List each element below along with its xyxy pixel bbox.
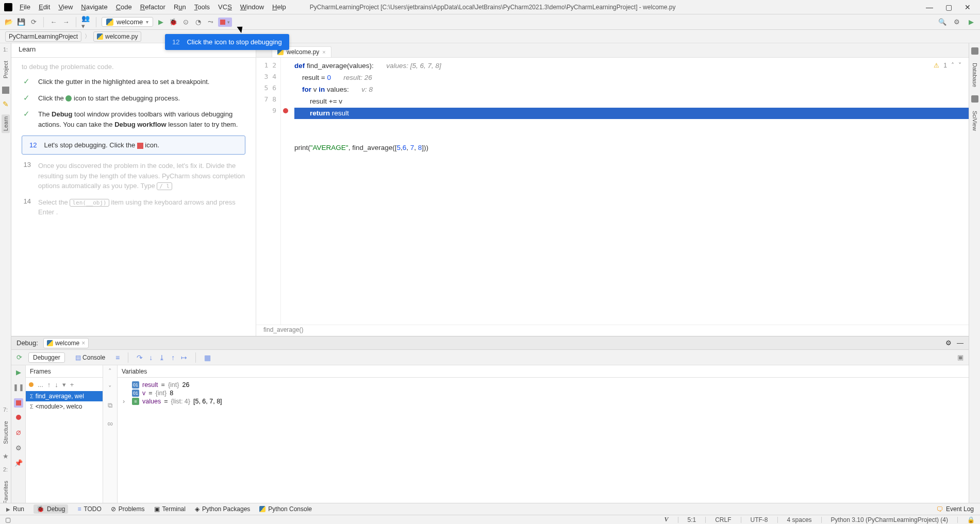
debugger-tab[interactable]: Debugger: [28, 352, 65, 363]
step-out-icon[interactable]: ↑: [171, 353, 175, 362]
breakpoint-icon[interactable]: [283, 108, 288, 113]
debug-tool-button[interactable]: 🐞Debug: [34, 504, 68, 514]
python-console-tool-button[interactable]: Python Console: [259, 505, 312, 513]
code-body[interactable]: def find_average(values): values: [5, 6,…: [290, 58, 969, 325]
database-tool-button[interactable]: Database: [972, 61, 978, 89]
file-encoding[interactable]: UTF-8: [751, 516, 768, 523]
editor[interactable]: 1 2 3 4 5 6 7 8 9 def find_average(value…: [256, 58, 969, 325]
maximize-button[interactable]: ▢: [945, 3, 952, 11]
evaluate-icon[interactable]: ▦: [204, 353, 211, 362]
save-icon[interactable]: 💾: [16, 18, 26, 27]
close-icon[interactable]: ×: [322, 49, 325, 55]
threads-icon[interactable]: ≡: [115, 353, 120, 362]
minimize-icon[interactable]: —: [957, 339, 964, 347]
down-icon[interactable]: ˅: [108, 384, 112, 392]
reload-icon[interactable]: ⟳: [29, 18, 38, 27]
variable-row[interactable]: 01 v = {int} 8: [123, 389, 964, 397]
gear-icon[interactable]: ⚙: [952, 18, 961, 27]
breakpoint-gutter[interactable]: [281, 58, 290, 325]
open-file-icon[interactable]: 📂: [4, 18, 13, 27]
editor-breadcrumb[interactable]: find_average(): [256, 325, 969, 336]
event-log-button[interactable]: 🗨Event Log: [936, 505, 974, 513]
frame-row[interactable]: Σ <module>, welco: [26, 401, 103, 412]
back-icon[interactable]: ←: [49, 18, 58, 27]
console-tab[interactable]: ▤ Console: [71, 353, 109, 362]
sciview-tool-button[interactable]: SciView: [972, 109, 978, 133]
forward-icon[interactable]: →: [61, 18, 71, 27]
menu-run[interactable]: Run: [171, 2, 189, 12]
line-gutter[interactable]: 1 2 3 4 5 6 7 8 9: [256, 58, 281, 325]
menu-edit[interactable]: Edit: [36, 2, 53, 12]
problems-tool-button[interactable]: ⊘Problems: [111, 505, 145, 513]
close-button[interactable]: ✕: [965, 3, 971, 11]
line-separator[interactable]: CRLF: [715, 516, 731, 523]
variable-row[interactable]: 01 result = {int} 26: [123, 381, 964, 389]
frame-row[interactable]: Σ find_average, wel: [26, 391, 103, 401]
favorites-tool-button[interactable]: Favorites: [3, 479, 9, 506]
step-into-my-icon[interactable]: ⤓: [159, 353, 165, 362]
menu-view[interactable]: View: [55, 2, 76, 12]
stop-button-highlight[interactable]: [14, 398, 23, 408]
gear-icon[interactable]: ⚙: [945, 339, 952, 347]
caret-position[interactable]: 5:1: [688, 516, 696, 523]
layout-icon[interactable]: ▣: [957, 353, 964, 361]
add-icon[interactable]: +: [70, 381, 74, 388]
todo-tool-button[interactable]: ≡TODO: [77, 505, 101, 513]
pin-icon[interactable]: 📌: [14, 459, 23, 467]
up-icon[interactable]: ˄: [108, 367, 112, 375]
step-over-icon[interactable]: ↷: [137, 353, 143, 362]
terminal-tool-button[interactable]: ▣Terminal: [154, 505, 186, 513]
chevron-down-icon[interactable]: ▾: [62, 381, 66, 388]
indent-settings[interactable]: 4 spaces: [787, 516, 812, 523]
structure-tool-button[interactable]: Structure: [3, 419, 9, 446]
menu-refactor[interactable]: Refactor: [137, 2, 169, 12]
gear-icon[interactable]: ⚙: [15, 444, 22, 452]
rerun-icon[interactable]: ⟳: [16, 353, 22, 361]
chevron-up-icon[interactable]: ˄: [951, 62, 954, 69]
view-breakpoints-icon[interactable]: [16, 415, 21, 420]
prev-frame-icon[interactable]: ↑: [47, 381, 51, 388]
run-icon[interactable]: ▶: [156, 18, 165, 27]
learn-tool-button[interactable]: Learn: [2, 114, 10, 133]
resume-icon[interactable]: ▶: [16, 368, 21, 376]
stop-button-highlight[interactable]: ▾: [218, 18, 232, 27]
menu-file[interactable]: File: [16, 2, 34, 12]
profile-icon[interactable]: ◔: [193, 18, 203, 27]
breadcrumb-file[interactable]: welcome.py: [93, 31, 141, 42]
project-tool-button[interactable]: Project: [3, 59, 9, 80]
menu-vcs[interactable]: VCS: [215, 2, 235, 12]
breadcrumb-project[interactable]: PyCharmLearningProject: [5, 31, 81, 42]
run-tool-button[interactable]: ▶Run: [6, 505, 24, 513]
mute-breakpoints-icon[interactable]: ⌀: [16, 427, 21, 437]
pause-icon[interactable]: ❚❚: [13, 383, 24, 391]
variable-row[interactable]: › ≡ values = {list: 4} [5, 6, 7, 8]: [123, 397, 964, 405]
copy-icon[interactable]: ⧉: [108, 401, 112, 410]
run-config-selector[interactable]: welcome ▾: [102, 17, 153, 27]
menu-navigate[interactable]: Navigate: [78, 2, 110, 12]
menu-tools[interactable]: Tools: [191, 2, 213, 12]
menu-code[interactable]: Code: [113, 2, 135, 12]
expand-icon[interactable]: ›: [123, 398, 129, 405]
editor-inspections[interactable]: ⚠ 1 ˄ ˅: [934, 62, 961, 69]
python-interpreter[interactable]: Python 3.10 (PyCharmLearningProject) (4): [831, 516, 948, 523]
vim-icon[interactable]: V: [664, 516, 668, 523]
menu-window[interactable]: Window: [237, 2, 267, 12]
next-frame-icon[interactable]: ↓: [55, 381, 58, 388]
concurrency-icon[interactable]: ⤳: [206, 18, 215, 27]
debug-icon[interactable]: 🐞: [169, 18, 178, 27]
ide-features-icon[interactable]: ▶: [967, 18, 976, 27]
chevron-down-icon[interactable]: ˅: [958, 62, 961, 69]
step-into-icon[interactable]: ↓: [149, 353, 153, 362]
minimize-button[interactable]: —: [926, 3, 933, 11]
search-icon[interactable]: 🔍: [938, 18, 947, 27]
close-icon[interactable]: ×: [81, 340, 85, 347]
debug-session-tab[interactable]: welcome ×: [43, 338, 89, 348]
lock-icon[interactable]: 🔒: [967, 516, 975, 523]
run-to-cursor-icon[interactable]: ↦: [181, 353, 187, 362]
link-icon[interactable]: ∞: [107, 419, 113, 428]
tool-window-quick-access-icon[interactable]: ▢: [5, 516, 11, 523]
menu-help[interactable]: Help: [269, 2, 289, 12]
vcs-icon[interactable]: 👥▾: [81, 18, 91, 27]
python-packages-tool-button[interactable]: ◈Python Packages: [195, 505, 250, 513]
coverage-icon[interactable]: ⊙: [181, 18, 190, 27]
